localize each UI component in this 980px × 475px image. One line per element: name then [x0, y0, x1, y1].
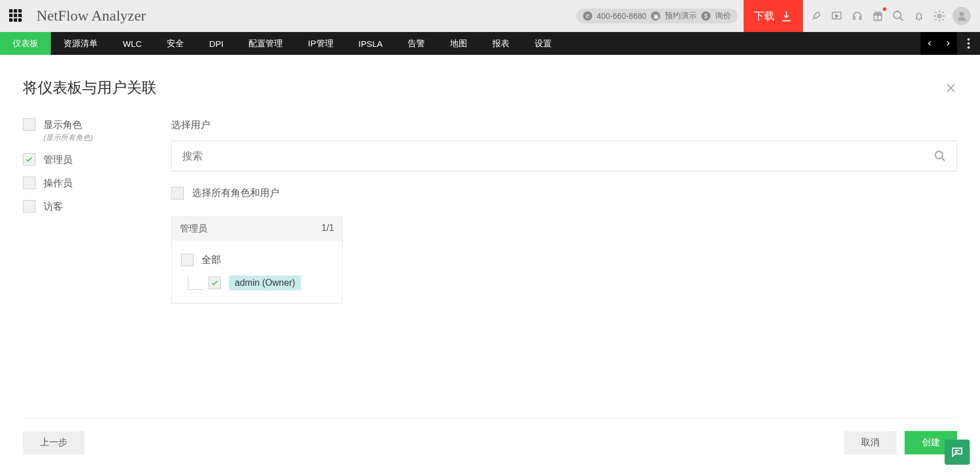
user-group-count: 1/1: [322, 223, 334, 235]
bell-icon[interactable]: [911, 9, 926, 23]
svg-point-5: [935, 151, 943, 159]
checkbox-operator[interactable]: [23, 177, 35, 189]
role-admin[interactable]: 管理员: [23, 153, 154, 166]
phone-number: 400-660-8680: [597, 11, 646, 21]
role-show-roles-label: 显示角色: [43, 118, 93, 131]
download-label: 下载: [754, 9, 774, 23]
user-group-box: 管理员 1/1 全部 admin (Owner): [171, 217, 343, 304]
nav-map[interactable]: 地图: [437, 32, 480, 55]
tree-user-row[interactable]: admin (Owner): [181, 276, 333, 290]
nav-wlc[interactable]: WLC: [110, 32, 154, 55]
search-icon[interactable]: [891, 9, 906, 23]
nav-report[interactable]: 报表: [480, 32, 522, 55]
checkbox-guest[interactable]: [23, 200, 35, 213]
nav-security[interactable]: 安全: [154, 32, 196, 55]
download-button[interactable]: 下载: [744, 0, 803, 32]
price-icon: $: [701, 11, 710, 21]
role-operator[interactable]: 操作员: [23, 177, 154, 190]
download-icon: [780, 10, 793, 22]
nav-dpi[interactable]: DPI: [196, 32, 236, 55]
search-input[interactable]: [182, 150, 934, 162]
app-grid-icon[interactable]: [9, 9, 23, 23]
checkbox-admin[interactable]: [23, 153, 35, 166]
nav-config[interactable]: 配置管理: [236, 32, 295, 55]
nav-dashboard[interactable]: 仪表板: [0, 32, 51, 55]
checkbox-select-all[interactable]: [171, 187, 184, 199]
footer-bar: 上一步 取消 创建: [23, 418, 957, 467]
checkbox-tree-user[interactable]: [208, 277, 221, 289]
tree-line-icon: [188, 276, 203, 290]
presentation-icon[interactable]: [829, 9, 844, 23]
user-group-title: 管理员: [180, 223, 207, 235]
tree-all-label: 全部: [202, 253, 221, 266]
role-sidebar: 显示角色 (显示所有角色) 管理员 操作员 访客: [23, 118, 154, 304]
price-label: 询价: [715, 11, 731, 21]
nav-ipsla[interactable]: IPSLA: [346, 32, 396, 55]
svg-point-2: [894, 11, 901, 19]
svg-point-4: [959, 12, 964, 17]
demo-icon: ▣: [651, 11, 660, 21]
svg-point-3: [938, 14, 941, 18]
role-guest-label: 访客: [43, 200, 63, 213]
contact-pill[interactable]: ✆ 400-660-8680 ▣ 预约演示 $ 询价: [576, 9, 738, 23]
chat-fab-icon[interactable]: [945, 440, 970, 465]
role-show-roles[interactable]: 显示角色 (显示所有角色): [23, 118, 154, 143]
back-button[interactable]: 上一步: [23, 431, 85, 454]
checkbox-tree-all[interactable]: [181, 254, 194, 266]
search-input-icon[interactable]: [934, 150, 946, 162]
role-guest[interactable]: 访客: [23, 200, 154, 213]
app-title: NetFlow Analyzer: [37, 7, 146, 25]
select-all-row[interactable]: 选择所有角色和用户: [171, 186, 957, 199]
nav-alarm[interactable]: 告警: [395, 32, 437, 55]
nav-inventory[interactable]: 资源清单: [51, 32, 110, 55]
top-bar: NetFlow Analyzer ✆ 400-660-8680 ▣ 预约演示 $…: [0, 0, 980, 32]
checkbox-show-roles[interactable]: [23, 118, 35, 131]
gear-icon[interactable]: [932, 9, 947, 23]
tree-user-label: admin (Owner): [229, 276, 301, 290]
role-show-roles-sub: (显示所有角色): [43, 133, 93, 143]
phone-icon: ✆: [583, 11, 592, 21]
nav-scroll-left[interactable]: [921, 32, 939, 55]
role-admin-label: 管理员: [43, 153, 73, 166]
cancel-button[interactable]: 取消: [844, 431, 897, 454]
select-user-label: 选择用户: [171, 118, 957, 131]
page-title: 将仪表板与用户关联: [23, 78, 156, 98]
headset-icon[interactable]: [850, 9, 865, 23]
select-all-label: 选择所有角色和用户: [192, 186, 279, 199]
user-avatar[interactable]: [953, 7, 971, 25]
rocket-icon[interactable]: [809, 9, 824, 23]
nav-scroll-right[interactable]: [939, 32, 957, 55]
nav-more-menu[interactable]: [957, 32, 980, 55]
search-box: [171, 141, 957, 171]
close-icon[interactable]: [945, 82, 957, 94]
demo-label: 预约演示: [665, 11, 697, 21]
nav-settings[interactable]: 设置: [522, 32, 564, 55]
tree-all-row[interactable]: 全部: [181, 253, 333, 266]
nav-ip[interactable]: IP管理: [295, 32, 346, 55]
main-nav: 仪表板 资源清单 WLC 安全 DPI 配置管理 IP管理 IPSLA 告警 地…: [0, 32, 980, 55]
gift-icon[interactable]: [870, 9, 885, 23]
role-operator-label: 操作员: [43, 177, 73, 190]
